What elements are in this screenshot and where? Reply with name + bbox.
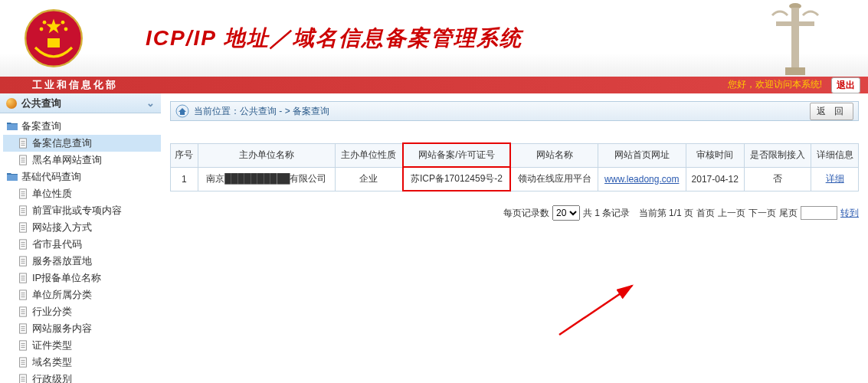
- tree-item-beian-info[interactable]: 备案信息查询: [3, 135, 161, 152]
- cell-index: 1: [171, 167, 198, 191]
- huabiao-ornament-icon: [768, 0, 822, 77]
- perpage-select[interactable]: 20: [552, 205, 580, 221]
- col-header: 序号: [171, 143, 198, 167]
- cell-restricted: 否: [744, 167, 811, 191]
- tree-label: 行政级别: [32, 372, 72, 383]
- document-icon: [17, 255, 29, 267]
- tree-group-basecode[interactable]: 基础代码查询: [3, 169, 161, 185]
- pager-next[interactable]: 下一页: [748, 207, 776, 220]
- content-area: 当前位置：公共查询 - > 备案查询 返 回 序号主办单位名称主办单位性质网站备…: [161, 93, 868, 383]
- chevron-down-icon: ⌄: [146, 97, 155, 109]
- annotation-arrow-icon: [552, 281, 651, 342]
- tree-item-basecode-5[interactable]: IP报备单位名称: [3, 270, 161, 286]
- folder-icon: [6, 120, 18, 133]
- tree-label: 服务器放置地: [32, 254, 92, 268]
- tree-label: 网站服务内容: [32, 322, 92, 336]
- tree-item-basecode-2[interactable]: 网站接入方式: [3, 219, 161, 236]
- col-header: 主办单位名称: [198, 143, 335, 167]
- svg-point-5: [61, 21, 65, 25]
- header: ICP/IP 地址／域名信息备案管理系统: [0, 0, 868, 77]
- document-icon: [17, 238, 29, 250]
- svg-point-3: [64, 28, 68, 31]
- breadcrumb-text: 当前位置：公共查询 - > 备案查询: [194, 105, 810, 118]
- sidebar-title-label: 公共查询: [21, 97, 61, 110]
- detail-link[interactable]: 详细: [826, 173, 844, 184]
- document-icon: [17, 154, 29, 166]
- site-url-link[interactable]: www.leadong.com: [604, 174, 679, 185]
- cell-url: www.leadong.com: [598, 167, 686, 191]
- tree-label: 证件类型: [32, 339, 72, 352]
- document-icon: [17, 373, 29, 383]
- pager: 每页记录数 20 共 1 条记录 当前第 1/1 页 首页 上一页 下一页 尾页…: [170, 205, 859, 221]
- document-icon: [17, 221, 29, 234]
- document-icon: [17, 356, 29, 368]
- home-icon[interactable]: [175, 104, 189, 118]
- back-button[interactable]: 返 回: [810, 103, 853, 120]
- cell-sponsor: 南京██████████有限公司: [198, 167, 335, 191]
- col-header: 审核时间: [686, 143, 744, 167]
- tree-item-basecode-8[interactable]: 网站服务内容: [3, 320, 161, 337]
- national-emblem-icon: [23, 8, 84, 69]
- col-header: 是否限制接入: [744, 143, 811, 167]
- results-table: 序号主办单位名称主办单位性质网站备案/许可证号网站名称网站首页网址审核时间是否限…: [170, 142, 859, 192]
- svg-rect-63: [20, 375, 27, 383]
- results-table-container: 序号主办单位名称主办单位性质网站备案/许可证号网站名称网站首页网址审核时间是否限…: [170, 142, 859, 192]
- tree-item-basecode-9[interactable]: 证件类型: [3, 337, 161, 354]
- tree-label: 域名类型: [32, 355, 72, 369]
- pager-prev[interactable]: 上一页: [718, 207, 745, 220]
- pager-goto-input[interactable]: [801, 206, 837, 220]
- tree-label: 备案信息查询: [32, 136, 92, 150]
- sidebar-title[interactable]: 公共查询 ⌄: [0, 93, 161, 113]
- tree-item-basecode-1[interactable]: 前置审批或专项内容: [3, 202, 161, 219]
- svg-rect-9: [776, 21, 814, 26]
- svg-rect-10: [785, 67, 805, 75]
- welcome-text: 您好，欢迎访问本系统!: [728, 78, 822, 91]
- ministry-name: 工业和信息化部: [32, 78, 118, 92]
- bullet-icon: [6, 98, 17, 109]
- tree-label: 单位所属分类: [32, 288, 92, 302]
- document-icon: [17, 289, 29, 301]
- tree-item-blacklist[interactable]: 黑名单网站查询: [3, 152, 161, 169]
- cell-detail: 详细: [811, 167, 859, 191]
- document-icon: [17, 137, 29, 149]
- tree-item-basecode-6[interactable]: 单位所属分类: [3, 286, 161, 303]
- cell-sitename: 领动在线应用平台: [510, 167, 598, 191]
- tree-label: 备案查询: [21, 119, 61, 133]
- tree-item-basecode-7[interactable]: 行业分类: [3, 303, 161, 320]
- sidebar: 公共查询 ⌄ 备案查询 备案信息查询 黑名单网站查询 基础代码查询 单位性质前置…: [0, 93, 161, 383]
- cell-nature: 企业: [336, 167, 403, 191]
- nav-tree: 备案查询 备案信息查询 黑名单网站查询 基础代码查询 单位性质前置审批或专项内容…: [0, 113, 161, 383]
- col-header: 网站备案/许可证号: [403, 143, 511, 167]
- pager-goto[interactable]: 转到: [840, 207, 859, 220]
- document-icon: [17, 306, 29, 318]
- pager-first[interactable]: 首页: [696, 207, 715, 220]
- tree-item-basecode-3[interactable]: 省市县代码: [3, 236, 161, 253]
- tree-item-basecode-4[interactable]: 服务器放置地: [3, 253, 161, 270]
- tree-label: 行业分类: [32, 305, 72, 319]
- logout-button[interactable]: 退出: [831, 77, 860, 93]
- col-header: 网站名称: [510, 143, 598, 167]
- svg-rect-6: [47, 38, 60, 47]
- tree-item-basecode-11[interactable]: 行政级别: [3, 371, 161, 383]
- document-icon: [17, 272, 29, 284]
- pager-last[interactable]: 尾页: [779, 207, 798, 220]
- tree-label: IP报备单位名称: [32, 271, 101, 285]
- tree-item-basecode-10[interactable]: 域名类型: [3, 354, 161, 371]
- document-icon: [17, 205, 29, 217]
- cell-audit: 2017-04-12: [686, 167, 744, 191]
- tree-label: 网站接入方式: [32, 221, 92, 234]
- tree-label: 省市县代码: [32, 237, 82, 251]
- tree-label: 基础代码查询: [21, 170, 81, 184]
- document-icon: [17, 339, 29, 352]
- col-header: 详细信息: [811, 143, 859, 167]
- svg-rect-8: [791, 8, 799, 67]
- table-row: 1 南京██████████有限公司 企业 苏ICP备17012459号-2 领…: [171, 167, 859, 191]
- tree-item-basecode-0[interactable]: 单位性质: [3, 185, 161, 202]
- document-icon: [17, 188, 29, 200]
- col-header: 主办单位性质: [336, 143, 403, 167]
- tree-group-beian[interactable]: 备案查询: [3, 118, 161, 135]
- tree-label: 黑名单网站查询: [32, 153, 102, 167]
- svg-point-4: [43, 21, 47, 25]
- pager-total: 共 1 条记录: [583, 207, 630, 220]
- document-icon: [17, 322, 29, 335]
